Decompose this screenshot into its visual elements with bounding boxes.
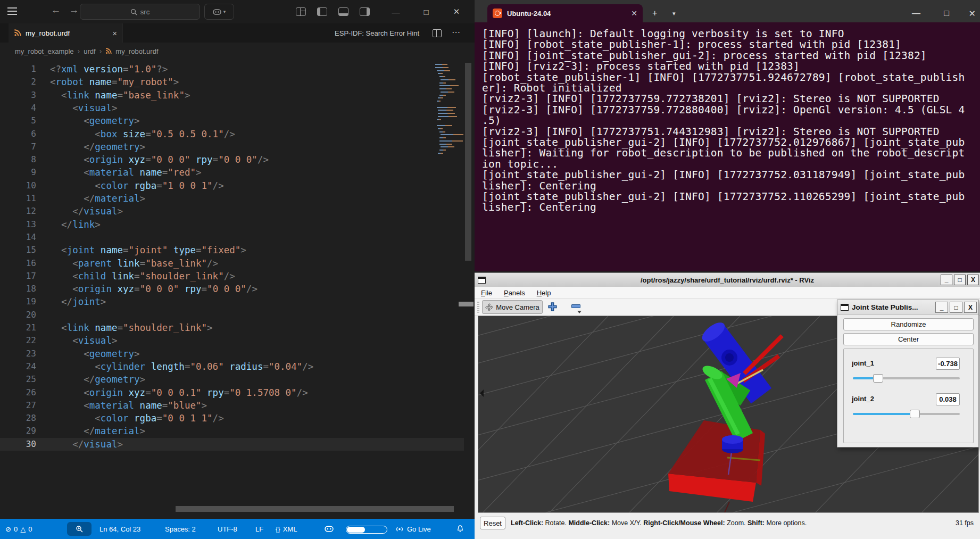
line-number: 11 xyxy=(0,192,36,205)
line-number: 27 xyxy=(0,399,36,412)
rviz-minimize-button[interactable]: _ xyxy=(941,275,952,285)
rviz-maximize-button[interactable]: □ xyxy=(954,275,966,285)
minimap-line-mark xyxy=(438,153,443,154)
minimap-line-mark xyxy=(439,140,463,142)
joint-slider-track[interactable] xyxy=(853,377,960,379)
terminal-line: lisher]: Centering xyxy=(482,181,596,192)
terminal-close-button[interactable]: ✕ xyxy=(969,4,976,22)
nav-forward-icon[interactable]: → xyxy=(67,4,81,16)
jsp-maximize-button[interactable]: □ xyxy=(950,302,962,313)
line-number: 17 xyxy=(0,270,36,283)
zoom-indicator[interactable] xyxy=(67,522,92,536)
esp-idf-hint[interactable]: ESP-IDF: Search Error Hint xyxy=(335,23,419,43)
minimap-line-mark xyxy=(441,92,454,93)
maximize-button[interactable]: □ xyxy=(414,0,438,23)
menu-hamburger-icon[interactable] xyxy=(7,7,17,15)
close-button[interactable]: ✕ xyxy=(444,0,469,23)
move-camera-button[interactable]: Move Camera xyxy=(482,300,543,314)
menu-file[interactable]: File xyxy=(481,289,492,297)
search-value: src xyxy=(140,8,150,16)
command-center-search[interactable]: src xyxy=(80,4,200,20)
code-editor[interactable]: 1<?xml version="1.0"?>2<robot name="my_r… xyxy=(0,60,475,519)
breadcrumb-separator: › xyxy=(99,47,102,55)
scrollbar-nub[interactable] xyxy=(459,302,474,306)
randomize-button[interactable]: Randomize xyxy=(843,318,974,330)
go-live-button[interactable]: Go Live xyxy=(395,519,431,539)
joint-value-field[interactable]: 0.038 xyxy=(936,393,960,405)
remove-tool-button[interactable] xyxy=(571,304,580,308)
joint-label: joint_1 xyxy=(852,359,874,367)
vertical-scrollbar[interactable] xyxy=(465,63,471,261)
terminal-tab-close-icon[interactable]: ✕ xyxy=(631,9,637,18)
joint-slider-handle[interactable] xyxy=(873,374,883,383)
tab-dropdown-icon[interactable]: ▾ xyxy=(672,4,676,22)
center-button[interactable]: Center xyxy=(843,333,974,345)
tab-close-icon[interactable]: × xyxy=(112,29,117,38)
add-tool-button[interactable] xyxy=(547,302,558,314)
joint-slider-track[interactable] xyxy=(853,413,960,415)
breadcrumb[interactable]: my_robot_example›urdf›my_robot.urdf xyxy=(0,43,475,60)
rviz-close-button[interactable]: X xyxy=(967,275,979,285)
warnings-count: 0 xyxy=(28,525,32,533)
jsp-close-button[interactable]: X xyxy=(964,302,977,313)
toggle-panel-icon[interactable] xyxy=(338,7,348,16)
jsp-window-icon xyxy=(841,304,849,311)
terminal-line: [robot_state_publisher-1] [INFO] [177273… xyxy=(482,72,965,83)
minimize-button[interactable]: — xyxy=(384,0,408,23)
terminal-line: er]: Robot initialized xyxy=(482,83,622,94)
braces-icon: {} xyxy=(276,525,280,533)
tool-dropdown-icon[interactable] xyxy=(577,311,582,313)
minimap-line-mark xyxy=(437,70,450,71)
breadcrumb-item[interactable]: urdf xyxy=(84,47,95,55)
panel-collapse-arrow[interactable] xyxy=(480,389,484,397)
joint-slider-handle[interactable] xyxy=(910,410,920,418)
more-actions-icon[interactable]: ⋯ xyxy=(452,27,461,37)
terminal-minimize-button[interactable]: — xyxy=(912,4,920,22)
terminal-line: [INFO] [robot_state_publisher-1]: proces… xyxy=(482,39,901,50)
tab-my-robot-urdf[interactable]: my_robot.urdf × xyxy=(9,23,123,43)
horizontal-scrollbar[interactable] xyxy=(176,506,454,512)
code-line: 25 </geometry> xyxy=(0,373,475,386)
menu-panels[interactable]: Panels xyxy=(504,289,525,297)
toggle-secondary-sidebar-icon[interactable] xyxy=(360,7,370,16)
code-line: 12 </visual> xyxy=(0,205,475,218)
menu-help[interactable]: Help xyxy=(537,289,551,297)
nav-back-icon[interactable]: ← xyxy=(49,4,63,16)
code-line: 8 <origin xyz="0 0 0" rpy="0 0 0"/> xyxy=(0,153,475,166)
code-line: 13 </link> xyxy=(0,218,475,231)
terminal-output[interactable]: [INFO] [launch]: Default logging verbosi… xyxy=(475,22,980,271)
breadcrumb-item[interactable]: my_robot_example xyxy=(15,47,74,55)
terminal-maximize-button[interactable]: □ xyxy=(944,4,949,22)
minimap-line-mark xyxy=(438,73,443,74)
customize-layout-icon[interactable] xyxy=(296,7,306,16)
eol-setting[interactable]: LF xyxy=(255,519,263,539)
breadcrumb-item[interactable]: my_robot.urdf xyxy=(115,47,158,55)
notifications-bell-icon[interactable] xyxy=(456,519,464,539)
split-editor-icon[interactable] xyxy=(433,29,442,37)
reset-button[interactable]: Reset xyxy=(480,517,505,529)
copilot-status-icon[interactable] xyxy=(325,519,334,539)
minimap-line-mark xyxy=(438,128,443,129)
minimap-line-mark xyxy=(437,125,453,126)
language-mode[interactable]: {} XML xyxy=(276,519,297,539)
copilot-menu-button[interactable]: ▾ xyxy=(204,4,234,20)
toggle-sidebar-icon[interactable] xyxy=(317,7,327,16)
code-line: 16 <parent link="base_link"/> xyxy=(0,257,475,270)
problems-status[interactable]: ⊘ 0 △ 0 xyxy=(5,519,32,539)
new-tab-button[interactable]: + xyxy=(652,4,657,22)
line-number: 10 xyxy=(0,179,36,192)
minimap-line-mark xyxy=(441,146,454,147)
code-line: 28 <color rgba="0 0 1 1"/> xyxy=(0,412,475,425)
line-number: 3 xyxy=(0,89,36,102)
joint-value-field[interactable]: -0.738 xyxy=(936,358,960,370)
code-line: 23 <geometry> xyxy=(0,347,475,360)
code-line: 22 <visual> xyxy=(0,334,475,347)
terminal-tab-ubuntu[interactable]: Ubuntu-24.04 ✕ xyxy=(487,4,643,22)
indent-setting[interactable]: Spaces: 2 xyxy=(165,519,196,539)
jsp-minimize-button[interactable]: _ xyxy=(935,302,948,313)
code-line: 1<?xml version="1.0"?> xyxy=(0,63,475,76)
cursor-position[interactable]: Ln 64, Col 23 xyxy=(99,519,140,539)
line-number: 26 xyxy=(0,386,36,399)
encoding-setting[interactable]: UTF-8 xyxy=(218,519,237,539)
fps-counter: 31 fps xyxy=(956,519,974,527)
